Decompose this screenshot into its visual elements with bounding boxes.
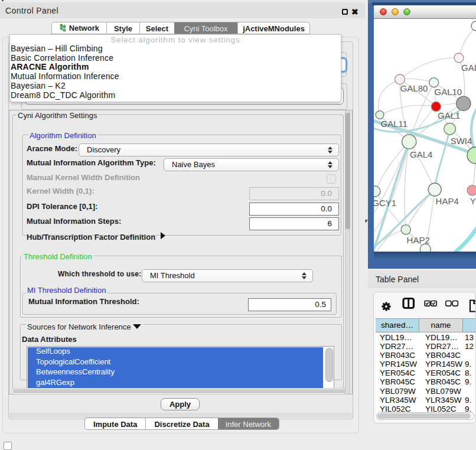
svg-text:GCY1: GCY1 <box>374 198 396 208</box>
svg-text:GAL4: GAL4 <box>410 149 432 159</box>
svg-text:GAL1: GAL1 <box>438 110 460 120</box>
svg-text:GAL2: GAL2 <box>461 63 476 73</box>
svg-text:GAL80: GAL80 <box>400 83 428 93</box>
svg-text:GAL11: GAL11 <box>381 119 408 129</box>
svg-text:Y: Y <box>470 196 476 206</box>
svg-text:GAL10: GAL10 <box>435 87 462 97</box>
svg-text:SWI4: SWI4 <box>451 136 472 146</box>
svg-text:HAP2: HAP2 <box>407 235 430 245</box>
svg-text:HAP4: HAP4 <box>436 196 459 206</box>
